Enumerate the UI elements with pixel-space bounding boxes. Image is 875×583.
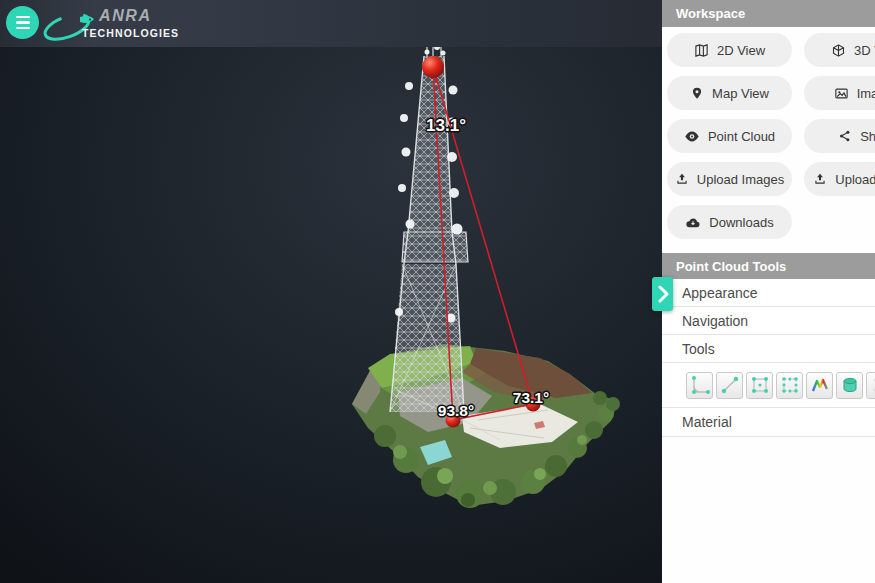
section-navigation[interactable]: Navigation <box>662 307 875 335</box>
cube-3d-icon <box>831 43 846 58</box>
map-2d-icon <box>694 43 709 58</box>
section-appearance[interactable]: Appearance <box>662 279 875 307</box>
area-measurement-icon <box>749 374 771 396</box>
share-icon <box>838 129 852 143</box>
button-label: Upload Images <box>697 172 784 187</box>
sidebar-collapse-tab[interactable] <box>652 277 673 311</box>
section-material[interactable]: Material <box>662 408 875 437</box>
workspace-buttons: 2D View 3D View Map View <box>662 27 875 253</box>
measurement-marker-top[interactable] <box>422 56 444 78</box>
upload-images-button[interactable]: Upload Images <box>667 162 792 196</box>
viewer-background <box>0 0 662 583</box>
header-bar: ANRA TECHNOLOGIES <box>0 0 662 47</box>
clip-volume-icon <box>779 374 801 396</box>
map-pin-icon <box>690 86 704 101</box>
angle-measurement-icon <box>689 374 711 396</box>
remove-x-icon <box>869 374 875 396</box>
cloud-download-icon <box>685 216 701 229</box>
button-label: Upload Videos <box>835 172 875 187</box>
chevron-right-icon <box>657 284 669 304</box>
upload-videos-button[interactable]: Upload Videos <box>804 162 875 196</box>
menu-button[interactable] <box>6 6 39 39</box>
button-label: Point Cloud <box>708 129 775 144</box>
button-label: Map View <box>712 86 769 101</box>
map-view-button[interactable]: Map View <box>667 76 792 110</box>
downloads-button[interactable]: Downloads <box>667 205 792 239</box>
measurement-toolbar <box>662 363 875 408</box>
upload-icon <box>813 172 827 186</box>
3d-view-button[interactable]: 3D View <box>804 33 875 67</box>
area-tool-button[interactable] <box>746 372 773 399</box>
brand-subname: TECHNOLOGIES <box>82 28 179 39</box>
height-profile-tool-button[interactable] <box>806 372 833 399</box>
volume-icon <box>839 374 861 396</box>
angle-label-right: 73.1° <box>513 389 549 406</box>
button-label: Share <box>860 129 875 144</box>
image-icon <box>834 86 849 101</box>
app-window: 13.1° 93.8° 73.1° ANRA TECHNOLOGIES <box>0 0 875 583</box>
anra-logo: ANRA TECHNOLOGIES <box>40 2 170 46</box>
eye-icon <box>684 130 700 143</box>
angle-label-top: 13.1° <box>426 116 466 135</box>
remove-measurements-button[interactable] <box>866 372 875 399</box>
button-label: 3D View <box>854 43 875 58</box>
clip-volume-tool-button[interactable] <box>776 372 803 399</box>
volume-tool-button[interactable] <box>836 372 863 399</box>
share-button[interactable]: Share <box>804 119 875 153</box>
angle-label-base: 93.8° <box>438 402 474 419</box>
section-tools[interactable]: Tools <box>662 335 875 363</box>
section-label: Appearance <box>682 285 758 301</box>
point-cloud-viewport[interactable]: 13.1° 93.8° 73.1° <box>0 0 662 583</box>
workspace-panel: Workspace 2D View 3D View Map View <box>662 0 875 583</box>
button-label: 2D View <box>717 43 765 58</box>
section-label: Navigation <box>682 313 748 329</box>
workspace-header: Workspace <box>662 0 875 27</box>
angle-tool-button[interactable] <box>686 372 713 399</box>
brand-name: ANRA <box>99 8 179 24</box>
images-button[interactable]: Images <box>804 76 875 110</box>
point-cloud-button[interactable]: Point Cloud <box>667 119 792 153</box>
height-profile-icon <box>809 374 831 396</box>
upload-icon <box>675 172 689 186</box>
button-label: Images <box>857 86 875 101</box>
point-cloud-tools-header: Point Cloud Tools <box>662 253 875 279</box>
distance-measurement-icon <box>719 374 741 396</box>
2d-view-button[interactable]: 2D View <box>667 33 792 67</box>
section-label: Material <box>682 414 732 430</box>
distance-tool-button[interactable] <box>716 372 743 399</box>
section-label: Tools <box>682 341 715 357</box>
button-label: Downloads <box>709 215 773 230</box>
